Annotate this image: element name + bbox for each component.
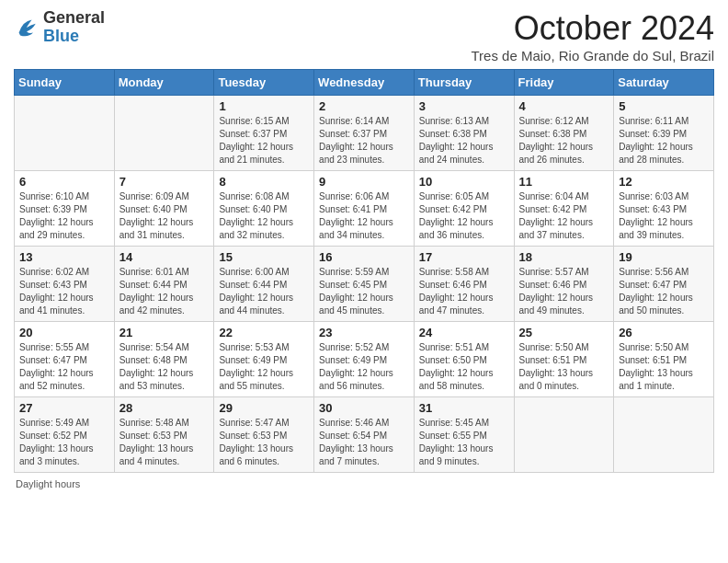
column-header-friday: Friday <box>514 70 614 96</box>
cell-sun-info: Sunrise: 5:54 AM Sunset: 6:48 PM Dayligh… <box>119 341 210 393</box>
title-block: October 2024 Tres de Maio, Rio Grande do… <box>471 9 714 63</box>
day-number: 22 <box>219 326 309 339</box>
day-number: 24 <box>419 326 509 339</box>
cell-sun-info: Sunrise: 6:08 AM Sunset: 6:40 PM Dayligh… <box>219 190 309 242</box>
calendar-cell: 28Sunrise: 5:48 AM Sunset: 6:53 PM Dayli… <box>114 397 214 473</box>
calendar-cell: 11Sunrise: 6:04 AM Sunset: 6:42 PM Dayli… <box>514 171 614 247</box>
day-number: 31 <box>419 401 509 415</box>
calendar-week-row: 6Sunrise: 6:10 AM Sunset: 6:39 PM Daylig… <box>15 171 714 247</box>
calendar-cell <box>15 96 115 171</box>
cell-sun-info: Sunrise: 6:00 AM Sunset: 6:44 PM Dayligh… <box>219 266 309 317</box>
calendar-cell: 14Sunrise: 6:01 AM Sunset: 6:44 PM Dayli… <box>114 247 214 322</box>
calendar-cell: 7Sunrise: 6:09 AM Sunset: 6:40 PM Daylig… <box>114 171 214 247</box>
day-number: 17 <box>419 250 509 264</box>
day-number: 25 <box>519 326 609 339</box>
cell-sun-info: Sunrise: 5:58 AM Sunset: 6:46 PM Dayligh… <box>419 266 509 317</box>
cell-sun-info: Sunrise: 5:50 AM Sunset: 6:51 PM Dayligh… <box>619 341 709 393</box>
calendar-cell: 3Sunrise: 6:13 AM Sunset: 6:38 PM Daylig… <box>414 96 514 171</box>
calendar-cell: 1Sunrise: 6:15 AM Sunset: 6:37 PM Daylig… <box>214 96 314 171</box>
day-number: 20 <box>19 326 109 339</box>
calendar-cell: 20Sunrise: 5:55 AM Sunset: 6:47 PM Dayli… <box>15 322 115 397</box>
day-number: 9 <box>319 175 409 189</box>
calendar-cell: 15Sunrise: 6:00 AM Sunset: 6:44 PM Dayli… <box>214 247 314 322</box>
cell-sun-info: Sunrise: 6:03 AM Sunset: 6:43 PM Dayligh… <box>619 190 709 242</box>
calendar-cell: 5Sunrise: 6:11 AM Sunset: 6:39 PM Daylig… <box>614 96 714 171</box>
calendar-cell: 24Sunrise: 5:51 AM Sunset: 6:50 PM Dayli… <box>414 322 514 397</box>
calendar-cell: 26Sunrise: 5:50 AM Sunset: 6:51 PM Dayli… <box>614 322 714 397</box>
cell-sun-info: Sunrise: 5:47 AM Sunset: 6:53 PM Dayligh… <box>219 417 309 468</box>
column-header-saturday: Saturday <box>614 70 714 96</box>
day-number: 10 <box>419 175 509 189</box>
calendar-cell: 25Sunrise: 5:50 AM Sunset: 6:51 PM Dayli… <box>514 322 614 397</box>
cell-sun-info: Sunrise: 5:57 AM Sunset: 6:46 PM Dayligh… <box>519 266 609 317</box>
day-number: 11 <box>519 175 609 189</box>
calendar-cell: 16Sunrise: 5:59 AM Sunset: 6:45 PM Dayli… <box>314 247 415 322</box>
cell-sun-info: Sunrise: 6:14 AM Sunset: 6:37 PM Dayligh… <box>319 115 409 167</box>
day-number: 27 <box>19 401 109 415</box>
calendar-cell: 30Sunrise: 5:46 AM Sunset: 6:54 PM Dayli… <box>314 397 415 473</box>
day-number: 18 <box>519 250 609 264</box>
calendar-cell: 8Sunrise: 6:08 AM Sunset: 6:40 PM Daylig… <box>214 171 314 247</box>
month-title: October 2024 <box>471 9 714 48</box>
calendar-footer: Daylight hours <box>14 478 714 489</box>
column-header-wednesday: Wednesday <box>314 70 415 96</box>
day-number: 2 <box>319 99 409 113</box>
calendar-cell: 10Sunrise: 6:05 AM Sunset: 6:42 PM Dayli… <box>414 171 514 247</box>
calendar-cell <box>114 96 214 171</box>
cell-sun-info: Sunrise: 6:09 AM Sunset: 6:40 PM Dayligh… <box>119 190 210 242</box>
day-number: 3 <box>419 99 509 113</box>
calendar-cell: 13Sunrise: 6:02 AM Sunset: 6:43 PM Dayli… <box>15 247 115 322</box>
cell-sun-info: Sunrise: 6:10 AM Sunset: 6:39 PM Dayligh… <box>19 190 109 242</box>
logo-general-text: General <box>43 8 105 27</box>
cell-sun-info: Sunrise: 5:55 AM Sunset: 6:47 PM Dayligh… <box>19 341 109 393</box>
calendar-table: SundayMondayTuesdayWednesdayThursdayFrid… <box>14 69 714 473</box>
day-number: 21 <box>119 326 210 339</box>
logo-bird-icon <box>14 15 40 40</box>
calendar-cell: 17Sunrise: 5:58 AM Sunset: 6:46 PM Dayli… <box>414 247 514 322</box>
cell-sun-info: Sunrise: 6:01 AM Sunset: 6:44 PM Dayligh… <box>119 266 210 317</box>
column-header-thursday: Thursday <box>414 70 514 96</box>
cell-sun-info: Sunrise: 6:11 AM Sunset: 6:39 PM Dayligh… <box>619 115 709 167</box>
day-number: 23 <box>319 326 409 339</box>
cell-sun-info: Sunrise: 5:51 AM Sunset: 6:50 PM Dayligh… <box>419 341 509 393</box>
calendar-header-row: SundayMondayTuesdayWednesdayThursdayFrid… <box>15 70 714 96</box>
page-header: General Blue October 2024 Tres de Maio, … <box>14 9 714 63</box>
calendar-cell: 2Sunrise: 6:14 AM Sunset: 6:37 PM Daylig… <box>314 96 415 171</box>
calendar-cell: 9Sunrise: 6:06 AM Sunset: 6:41 PM Daylig… <box>314 171 415 247</box>
day-number: 1 <box>219 99 309 113</box>
cell-sun-info: Sunrise: 6:05 AM Sunset: 6:42 PM Dayligh… <box>419 190 509 242</box>
calendar-cell: 31Sunrise: 5:45 AM Sunset: 6:55 PM Dayli… <box>414 397 514 473</box>
day-number: 5 <box>619 99 709 113</box>
day-number: 30 <box>319 401 409 415</box>
cell-sun-info: Sunrise: 6:02 AM Sunset: 6:43 PM Dayligh… <box>19 266 109 317</box>
calendar-cell: 4Sunrise: 6:12 AM Sunset: 6:38 PM Daylig… <box>514 96 614 171</box>
day-number: 4 <box>519 99 609 113</box>
calendar-cell: 19Sunrise: 5:56 AM Sunset: 6:47 PM Dayli… <box>614 247 714 322</box>
calendar-week-row: 27Sunrise: 5:49 AM Sunset: 6:52 PM Dayli… <box>15 397 714 473</box>
cell-sun-info: Sunrise: 6:12 AM Sunset: 6:38 PM Dayligh… <box>519 115 609 167</box>
calendar-cell: 6Sunrise: 6:10 AM Sunset: 6:39 PM Daylig… <box>15 171 115 247</box>
cell-sun-info: Sunrise: 6:04 AM Sunset: 6:42 PM Dayligh… <box>519 190 609 242</box>
calendar-cell: 27Sunrise: 5:49 AM Sunset: 6:52 PM Dayli… <box>15 397 115 473</box>
column-header-monday: Monday <box>114 70 214 96</box>
cell-sun-info: Sunrise: 5:46 AM Sunset: 6:54 PM Dayligh… <box>319 417 409 468</box>
cell-sun-info: Sunrise: 5:50 AM Sunset: 6:51 PM Dayligh… <box>519 341 609 393</box>
day-number: 28 <box>119 401 210 415</box>
calendar-week-row: 13Sunrise: 6:02 AM Sunset: 6:43 PM Dayli… <box>15 247 714 322</box>
day-number: 29 <box>219 401 309 415</box>
logo-blue-text: Blue <box>43 27 79 45</box>
cell-sun-info: Sunrise: 5:52 AM Sunset: 6:49 PM Dayligh… <box>319 341 409 393</box>
day-number: 16 <box>319 250 409 264</box>
day-number: 13 <box>19 250 109 264</box>
cell-sun-info: Sunrise: 5:59 AM Sunset: 6:45 PM Dayligh… <box>319 266 409 317</box>
daylight-label: Daylight hours <box>16 478 80 489</box>
calendar-cell <box>614 397 714 473</box>
calendar-cell: 29Sunrise: 5:47 AM Sunset: 6:53 PM Dayli… <box>214 397 314 473</box>
column-header-sunday: Sunday <box>15 70 115 96</box>
day-number: 19 <box>619 250 709 264</box>
day-number: 6 <box>19 175 109 189</box>
day-number: 26 <box>619 326 709 339</box>
cell-sun-info: Sunrise: 6:06 AM Sunset: 6:41 PM Dayligh… <box>319 190 409 242</box>
day-number: 8 <box>219 175 309 189</box>
cell-sun-info: Sunrise: 5:49 AM Sunset: 6:52 PM Dayligh… <box>19 417 109 468</box>
